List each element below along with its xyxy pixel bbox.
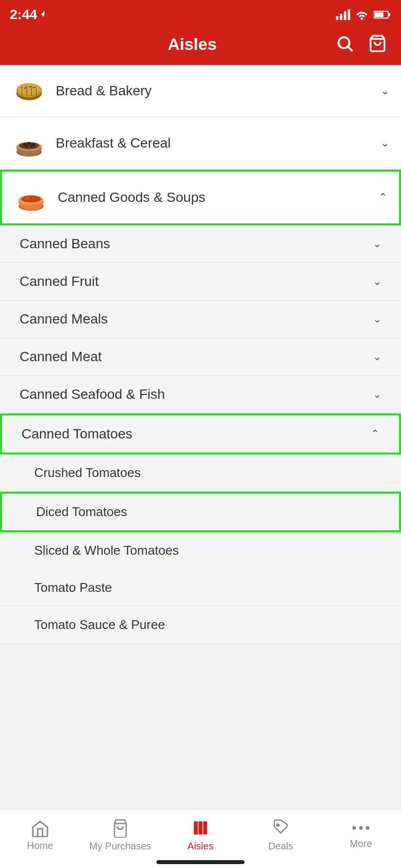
subcategory-canned-seafood[interactable]: Canned Seafood & Fish ⌄ <box>0 376 401 413</box>
bottom-navigation: Home My Purchases Aisles Deals More <box>0 809 401 868</box>
svg-line-4 <box>348 47 353 51</box>
svg-point-26 <box>21 195 41 203</box>
canned-meat-label: Canned Meat <box>20 349 373 365</box>
search-icon <box>335 34 354 53</box>
subcategory-canned-meat[interactable]: Canned Meat ⌄ <box>0 338 401 376</box>
canned-beans-label: Canned Beans <box>20 236 373 252</box>
breakfast-cereal-label: Breakfast & Cereal <box>56 135 380 151</box>
header-title: Aisles <box>51 35 334 54</box>
signal-icon <box>336 9 350 20</box>
bag-icon <box>111 818 129 838</box>
sliced-whole-tomatoes-label: Sliced & Whole Tomatoes <box>34 543 179 558</box>
canned-goods-icon <box>14 180 48 215</box>
status-time: 2:44 <box>10 7 49 22</box>
bread-bakery-icon <box>12 74 46 108</box>
cart-button[interactable] <box>366 32 389 56</box>
battery-icon <box>374 9 391 20</box>
diced-tomatoes-label: Diced Tomatoes <box>36 504 127 520</box>
nav-more[interactable]: More <box>321 821 401 849</box>
canned-fruit-label: Canned Fruit <box>20 274 373 289</box>
item-diced-tomatoes[interactable]: Diced Tomatoes <box>0 492 401 532</box>
aisles-content: Bread & Bakery ⌄ Breakfast & Cereal ⌄ <box>0 65 401 707</box>
canned-tomatoes-label: Canned Tomatoes <box>22 426 371 442</box>
nav-my-purchases[interactable]: My Purchases <box>80 818 160 852</box>
item-tomato-sauce-puree[interactable]: Tomato Sauce & Puree <box>0 607 401 644</box>
svg-rect-30 <box>194 821 198 834</box>
canned-beans-chevron: ⌄ <box>373 238 381 250</box>
canned-tomatoes-chevron: ⌃ <box>371 428 379 440</box>
canned-goods-label: Canned Goods & Soups <box>58 190 379 205</box>
svg-point-8 <box>18 84 40 95</box>
cereal-bowl-icon <box>13 129 45 158</box>
nav-more-label: More <box>350 838 372 849</box>
breakfast-cereal-chevron: ⌄ <box>380 137 389 150</box>
nav-deals-label: Deals <box>268 841 293 852</box>
subcategory-canned-beans[interactable]: Canned Beans ⌄ <box>0 225 401 263</box>
more-dots-icon <box>351 821 371 835</box>
category-canned-goods[interactable]: Canned Goods & Soups ⌃ <box>0 170 401 225</box>
status-icons <box>336 9 391 20</box>
canned-meals-label: Canned Meals <box>20 311 373 327</box>
nav-aisles-label: Aisles <box>187 841 213 852</box>
subcategory-canned-fruit[interactable]: Canned Fruit ⌄ <box>0 263 401 301</box>
category-breakfast-cereal[interactable]: Breakfast & Cereal ⌄ <box>0 117 401 170</box>
svg-point-34 <box>353 826 356 830</box>
canned-seafood-chevron: ⌄ <box>373 388 381 401</box>
canned-goods-chevron: ⌃ <box>379 191 387 204</box>
home-indicator <box>156 860 245 864</box>
breakfast-cereal-icon <box>12 126 46 160</box>
nav-home[interactable]: Home <box>0 819 80 851</box>
svg-rect-32 <box>203 821 207 834</box>
search-button[interactable] <box>334 32 356 56</box>
aisles-icon <box>191 818 210 838</box>
bread-bakery-label: Bread & Bakery <box>56 83 380 99</box>
nav-aisles[interactable]: Aisles <box>160 818 241 852</box>
subcategory-canned-tomatoes[interactable]: Canned Tomatoes ⌃ <box>0 413 401 455</box>
svg-point-36 <box>366 826 370 830</box>
tomato-sauce-puree-label: Tomato Sauce & Puree <box>34 617 165 632</box>
tomato-paste-label: Tomato Paste <box>34 580 112 595</box>
svg-point-28 <box>32 198 35 199</box>
nav-deals[interactable]: Deals <box>241 818 321 852</box>
svg-point-27 <box>26 197 29 199</box>
svg-point-33 <box>277 824 279 826</box>
svg-rect-2 <box>375 12 383 17</box>
time-display: 2:44 <box>10 7 37 22</box>
svg-point-23 <box>30 145 33 148</box>
item-crushed-tomatoes[interactable]: Crushed Tomatoes <box>0 455 401 492</box>
svg-rect-1 <box>388 13 390 16</box>
bread-icon <box>13 78 45 105</box>
deals-tag-icon <box>271 818 290 838</box>
app-header: Aisles <box>0 27 401 65</box>
svg-point-35 <box>359 826 363 830</box>
item-tomato-paste[interactable]: Tomato Paste <box>0 569 401 607</box>
category-bread-bakery[interactable]: Bread & Bakery ⌄ <box>0 65 401 117</box>
canned-meat-chevron: ⌄ <box>373 350 381 363</box>
item-sliced-whole-tomatoes[interactable]: Sliced & Whole Tomatoes <box>0 532 401 569</box>
nav-my-purchases-label: My Purchases <box>89 841 152 852</box>
header-actions <box>334 32 389 56</box>
crushed-tomatoes-label: Crushed Tomatoes <box>34 465 141 480</box>
svg-point-3 <box>338 37 349 48</box>
svg-rect-31 <box>199 821 202 834</box>
bread-bakery-chevron: ⌄ <box>380 85 389 97</box>
canned-seafood-label: Canned Seafood & Fish <box>20 387 373 402</box>
canned-meals-chevron: ⌄ <box>373 313 381 326</box>
home-icon <box>30 819 50 837</box>
svg-point-22 <box>25 145 28 148</box>
nav-home-label: Home <box>27 840 53 851</box>
subcategory-canned-meals[interactable]: Canned Meals ⌄ <box>0 301 401 338</box>
status-bar: 2:44 <box>0 0 401 27</box>
location-arrow-icon <box>40 10 49 19</box>
canned-fruit-chevron: ⌄ <box>373 275 381 288</box>
soup-bowl-icon <box>15 183 47 212</box>
home-bar <box>0 860 401 864</box>
cart-icon <box>368 34 387 53</box>
wifi-icon <box>355 9 369 20</box>
